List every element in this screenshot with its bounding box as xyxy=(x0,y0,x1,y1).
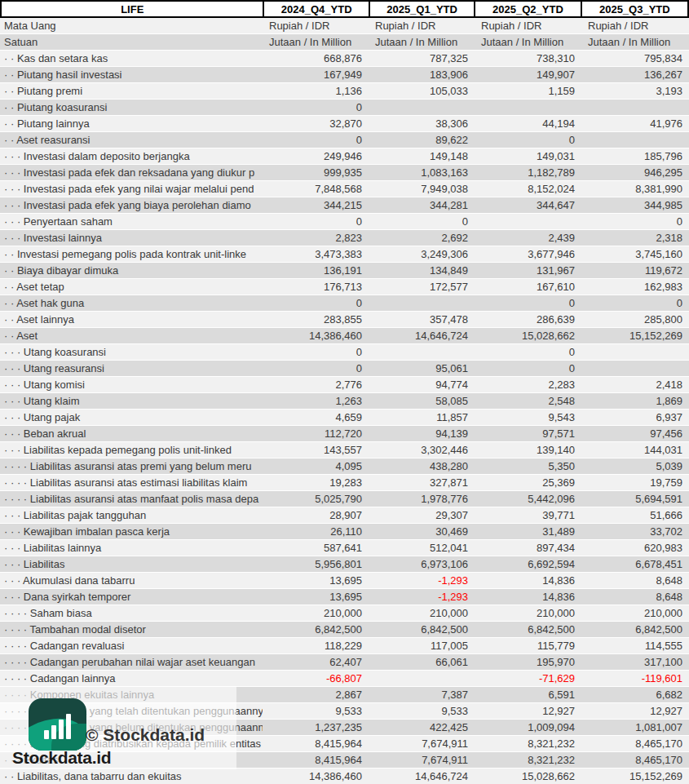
row-value: 6,842,500 xyxy=(475,622,581,637)
row-value: 317,100 xyxy=(581,654,689,670)
row-value: 327,871 xyxy=(369,475,475,490)
row-label: · · · · Liabilitas asuransi atas manfaat… xyxy=(0,491,263,507)
row-label: · · · · Cadangan lainnya xyxy=(0,671,263,686)
table-row: · · · Investasi pada efek yang nilai waj… xyxy=(0,181,689,197)
row-value: 249,946 xyxy=(263,148,369,164)
row-label: · · · · Cadangan perubahan nilai wajar a… xyxy=(0,654,263,670)
row-value: 6,842,500 xyxy=(263,622,369,637)
row-value: 285,800 xyxy=(581,312,689,327)
table-row: · · Aset lainnya283,855357,478286,639285… xyxy=(0,312,689,328)
row-value: 7,387 xyxy=(369,687,475,702)
row-label: · · · Beban akrual xyxy=(0,426,263,441)
table-row: Mata UangRupiah / IDRRupiah / IDRRupiah … xyxy=(0,18,689,34)
row-value: 4,095 xyxy=(263,458,369,474)
row-value: 1,081,007 xyxy=(581,720,689,735)
row-label: · · · · Cadangan revaluasi xyxy=(0,638,263,653)
row-value: 0 xyxy=(263,295,369,311)
row-value: 15,152,269 xyxy=(581,768,689,784)
row-value xyxy=(581,100,689,115)
row-value: 787,325 xyxy=(369,51,475,66)
row-value: 3,473,383 xyxy=(263,246,369,262)
row-value: 8,465,170 xyxy=(581,736,689,751)
table-row: · · · Liabilitas pajak tangguhan28,90729… xyxy=(0,507,689,524)
row-value: 8,321,232 xyxy=(475,736,581,751)
row-value xyxy=(581,132,689,148)
row-value: 13,695 xyxy=(263,589,369,605)
row-value xyxy=(475,214,581,229)
table-row: · · · · Liabilitas asuransi atas estimas… xyxy=(0,475,689,491)
row-value: 0 xyxy=(263,132,369,148)
row-value: 946,295 xyxy=(581,165,689,180)
row-value: -71,629 xyxy=(475,671,581,686)
row-value: 0 xyxy=(369,214,475,229)
table-row: · · Aset tetap176,713172,577167,610162,9… xyxy=(0,279,689,295)
table-row: · · Piutang hasil investasi167,949183,90… xyxy=(0,67,689,83)
row-value: 167,949 xyxy=(263,67,369,82)
row-value: 0 xyxy=(475,344,581,360)
row-value: 9,543 xyxy=(475,410,581,425)
row-value: 172,577 xyxy=(369,279,475,295)
row-value: 149,907 xyxy=(475,67,581,82)
row-value: 4,659 xyxy=(263,410,369,425)
table-row: · · · Investasi dalam deposito berjangka… xyxy=(0,148,689,165)
table-row: · · · Utang komisi2,77694,7742,2832,418 xyxy=(0,377,689,393)
row-value: 183,906 xyxy=(369,67,475,82)
row-label: Mata Uang xyxy=(0,18,263,33)
row-value: 0 xyxy=(475,132,581,148)
row-value: 0 xyxy=(475,295,581,311)
row-label: · · · · Tambahan modal disetor xyxy=(0,622,263,637)
row-value: -1,293 xyxy=(369,589,475,605)
row-value: 5,694,591 xyxy=(581,491,689,507)
row-label: · · Piutang lainnya xyxy=(0,116,263,131)
table-row: · · · Penyertaan saham000 xyxy=(0,214,689,230)
table-row: · · Piutang premi1,136105,0331,1593,193 xyxy=(0,83,689,100)
row-value: 8,465,170 xyxy=(581,752,689,768)
row-value: 999,935 xyxy=(263,165,369,180)
row-value: 2,439 xyxy=(475,230,581,246)
row-label: · · Piutang koasuransi xyxy=(0,100,263,115)
row-value: 134,849 xyxy=(369,263,475,278)
row-value: 512,041 xyxy=(369,540,475,556)
row-value: 15,152,269 xyxy=(581,328,689,343)
row-value: 44,194 xyxy=(475,116,581,131)
table-row: · · · Utang pajak4,65911,8579,5436,937 xyxy=(0,410,689,426)
row-value: 0 xyxy=(581,295,689,311)
row-value: 283,855 xyxy=(263,312,369,327)
row-value: 2,867 xyxy=(263,687,369,702)
table-row: · · · Utang klaim1,26358,0852,5481,869 xyxy=(0,393,689,410)
row-value: 62,407 xyxy=(263,654,369,670)
row-value: 105,033 xyxy=(369,83,475,99)
row-label: Satuan xyxy=(0,34,263,50)
table-row: · · · · Saham biasa210,000210,000210,000… xyxy=(0,605,689,622)
row-value: 5,956,801 xyxy=(263,556,369,572)
row-value: 112,720 xyxy=(263,426,369,441)
row-value: 131,967 xyxy=(475,263,581,278)
row-value: 738,310 xyxy=(475,51,581,66)
row-value: 94,774 xyxy=(369,377,475,392)
row-value: 39,771 xyxy=(475,507,581,523)
row-value: 149,148 xyxy=(369,148,475,164)
row-value: 6,973,106 xyxy=(369,556,475,572)
row-value: 6,937 xyxy=(581,410,689,425)
row-value: Jutaan / In Million xyxy=(263,34,369,50)
column-header-2024-q4: 2024_Q4_YTD xyxy=(263,2,368,16)
table-row: · · · Beban akrual112,72094,13997,57197,… xyxy=(0,426,689,442)
table-row: · · · · Tambahan modal disetor6,842,5006… xyxy=(0,622,689,638)
table-row: · · · · Cadangan lainnya-66,807-71,629-1… xyxy=(0,671,689,687)
row-value: 117,005 xyxy=(369,638,475,653)
row-value: 12,927 xyxy=(581,703,689,719)
row-value: 195,970 xyxy=(475,654,581,670)
row-value: 66,061 xyxy=(369,654,475,670)
row-value xyxy=(581,361,689,376)
row-label: · · Kas dan setara kas xyxy=(0,51,263,66)
row-value: 9,533 xyxy=(369,703,475,719)
column-header-2025-q2: 2025_Q2_YTD xyxy=(474,2,580,16)
row-value xyxy=(581,344,689,360)
row-value: -1,293 xyxy=(369,573,475,588)
row-value: 6,591 xyxy=(475,687,581,702)
row-value: Rupiah / IDR xyxy=(475,18,581,33)
row-value: 2,418 xyxy=(581,377,689,392)
row-value: 286,639 xyxy=(475,312,581,327)
row-label: · · · Akumulasi dana tabarru xyxy=(0,573,263,588)
row-value: 13,695 xyxy=(263,573,369,588)
